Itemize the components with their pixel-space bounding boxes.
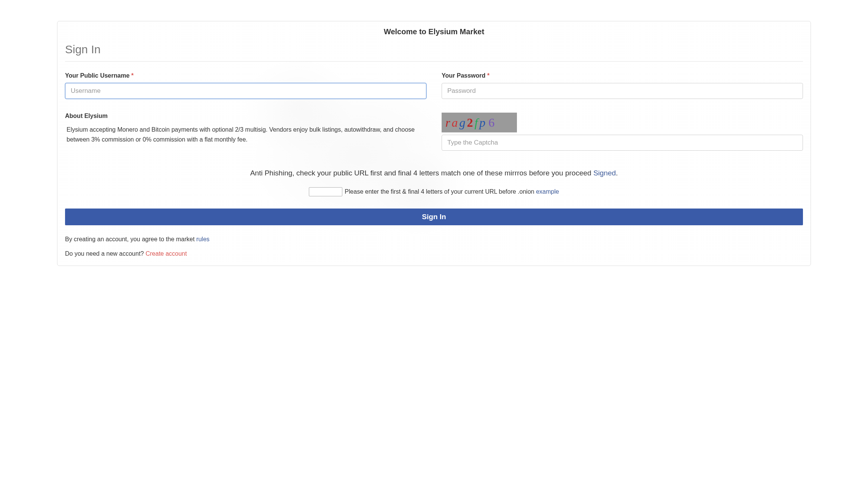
credentials-row: Your Public Username * About Elysium Ely… — [65, 72, 803, 151]
welcome-heading: Welcome to Elysium Market — [65, 27, 803, 36]
signed-link[interactable]: Signed — [593, 169, 616, 177]
signin-button[interactable]: Sign In — [65, 209, 803, 225]
agree-text-row: By creating an account, you agree to the… — [65, 236, 803, 243]
captcha-section: rag2fp6 — [442, 113, 803, 151]
divider — [65, 61, 803, 62]
username-col: Your Public Username * About Elysium Ely… — [65, 72, 426, 151]
about-heading: About Elysium — [65, 113, 426, 119]
url-instruction-text: Please enter the first & final 4 letters… — [345, 188, 536, 195]
password-input[interactable] — [442, 83, 803, 99]
password-label: Your Password * — [442, 72, 803, 79]
anti-phishing-notice: Anti Phishing, check your public URL fir… — [65, 169, 803, 177]
signin-panel: Welcome to Elysium Market Sign In Your P… — [57, 21, 811, 266]
need-account-text: Do you need a new account? — [65, 250, 146, 257]
url-verify-row: Please enter the first & final 4 letters… — [65, 187, 803, 196]
required-mark: * — [487, 72, 490, 79]
captcha-input[interactable] — [442, 135, 803, 151]
signin-heading: Sign In — [65, 43, 803, 56]
agree-text: By creating an account, you agree to the… — [65, 236, 196, 242]
url-verify-input[interactable] — [309, 187, 342, 196]
create-account-link[interactable]: Create account — [146, 250, 187, 257]
create-account-row: Do you need a new account? Create accoun… — [65, 250, 803, 257]
username-label-text: Your Public Username — [65, 72, 130, 79]
captcha-image: rag2fp6 — [442, 113, 517, 132]
about-text: Elysium accepting Monero and Bitcoin pay… — [65, 125, 426, 145]
anti-phishing-text: Anti Phishing, check your public URL fir… — [250, 169, 593, 177]
username-label: Your Public Username * — [65, 72, 426, 79]
example-link[interactable]: example — [536, 188, 559, 195]
required-mark: * — [131, 72, 134, 79]
anti-phishing-period: . — [616, 169, 618, 177]
password-label-text: Your Password — [442, 72, 485, 79]
password-col: Your Password * rag2fp6 — [442, 72, 803, 151]
username-input[interactable] — [65, 83, 426, 99]
rules-link[interactable]: rules — [196, 236, 210, 242]
